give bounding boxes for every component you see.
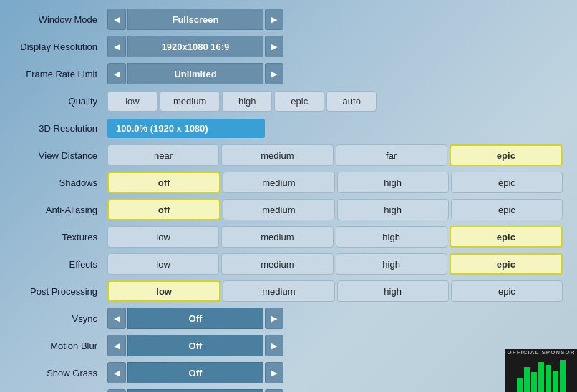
shadows-medium[interactable]: medium [223,172,334,193]
post-processing-medium[interactable]: medium [223,280,334,302]
shadows-row: Shadows off medium high epic [14,170,563,195]
frame-rate-limit-label: Frame Rate Limit [14,69,107,79]
show-fps-prev[interactable]: ◀ [107,389,126,392]
view-distance-far[interactable]: far [336,144,447,166]
3d-resolution-label: 3D Resolution [14,123,107,134]
view-distance-label: View Distance [14,150,107,161]
display-resolution-prev[interactable]: ◀ [107,36,126,57]
sponsor-badge: OFFICIAL SPONSOR [505,349,577,392]
display-resolution-label: Display Resolution [14,41,107,52]
shadows-off[interactable]: off [107,172,220,193]
post-processing-row: Post Processing low medium high epic [14,279,563,303]
sponsor-bar-4 [538,362,544,392]
textures-options: low medium high epic [107,226,563,248]
3d-resolution-row: 3D Resolution 100.0% (1920 x 1080) [14,116,563,140]
anti-aliasing-high[interactable]: high [337,199,449,220]
frame-rate-limit-value: Unlimited [127,63,263,84]
sponsor-text: OFFICIAL SPONSOR [508,349,576,356]
effects-medium[interactable]: medium [221,253,333,275]
shadows-options: off medium high epic [107,172,563,193]
show-fps-next[interactable]: ▶ [265,389,283,392]
show-grass-prev[interactable]: ◀ [107,362,126,383]
frame-rate-limit-control: ◀ Unlimited ▶ [107,63,283,84]
show-grass-control: ◀ Off ▶ [107,362,283,383]
post-processing-options: low medium high epic [107,280,563,302]
view-distance-epic[interactable]: epic [450,144,563,166]
view-distance-near[interactable]: near [107,144,219,166]
vsync-value: Off [127,308,263,329]
textures-low[interactable]: low [107,226,219,248]
quality-options: low medium high epic auto [107,91,377,112]
sponsor-bar-7 [560,360,566,392]
display-resolution-next[interactable]: ▶ [265,36,283,57]
show-grass-next[interactable]: ▶ [265,362,283,383]
post-processing-label: Post Processing [14,286,107,297]
3d-resolution-value: 100.0% (1920 x 1080) [107,119,265,138]
settings-panel: Window Mode ◀ Fullscreen ▶ Display Resol… [0,0,577,392]
post-processing-low[interactable]: low [107,280,220,302]
quality-label: Quality [14,96,107,107]
shadows-epic[interactable]: epic [451,172,563,193]
window-mode-control: ◀ Fullscreen ▶ [107,9,283,30]
sponsor-bar-6 [553,371,558,392]
window-mode-prev[interactable]: ◀ [107,9,126,30]
anti-aliasing-row: Anti-Aliasing off medium high epic [14,197,563,222]
vsync-row: Vsync ◀ Off ▶ [14,306,563,330]
frame-rate-limit-prev[interactable]: ◀ [107,63,126,84]
window-mode-next[interactable]: ▶ [265,9,283,30]
show-fps-control: ◀ On ▶ [107,389,283,392]
vsync-control: ◀ Off ▶ [107,308,283,329]
textures-high[interactable]: high [336,226,447,248]
sponsor-bar-2 [524,367,530,392]
textures-epic[interactable]: epic [450,226,563,248]
frame-rate-limit-next[interactable]: ▶ [265,63,283,84]
motion-blur-value: Off [127,335,263,356]
motion-blur-prev[interactable]: ◀ [107,335,126,356]
quality-medium[interactable]: medium [160,91,220,112]
quality-row: Quality low medium high epic auto [14,89,563,113]
window-mode-row: Window Mode ◀ Fullscreen ▶ [14,7,563,31]
show-fps-value: On [127,389,263,392]
shadows-label: Shadows [14,177,107,188]
shadows-high[interactable]: high [337,172,449,193]
effects-row: Effects low medium high epic [14,252,563,276]
quality-auto[interactable]: auto [326,91,377,112]
effects-label: Effects [14,259,107,270]
sponsor-bar-3 [531,372,537,392]
sponsor-bar-5 [546,365,551,392]
post-processing-high[interactable]: high [337,280,449,302]
anti-aliasing-off[interactable]: off [107,199,220,220]
view-distance-options: near medium far epic [107,144,563,166]
window-mode-label: Window Mode [14,14,107,25]
display-resolution-control: ◀ 1920x1080 16:9 ▶ [107,36,283,57]
display-resolution-value: 1920x1080 16:9 [127,36,263,57]
quality-high[interactable]: high [222,91,272,112]
textures-row: Textures low medium high epic [14,225,563,249]
anti-aliasing-epic[interactable]: epic [451,199,563,220]
anti-aliasing-options: off medium high epic [107,199,563,220]
vsync-prev[interactable]: ◀ [107,308,126,329]
sponsor-bars [517,360,566,392]
post-processing-epic[interactable]: epic [451,280,563,302]
sponsor-bar-1 [517,378,523,392]
show-fps-row: Show FPS ◀ On ▶ [14,388,563,392]
anti-aliasing-medium[interactable]: medium [223,199,334,220]
vsync-next[interactable]: ▶ [265,308,283,329]
effects-high[interactable]: high [336,253,447,275]
effects-options: low medium high epic [107,253,563,275]
view-distance-medium[interactable]: medium [221,144,333,166]
effects-epic[interactable]: epic [450,253,563,275]
motion-blur-control: ◀ Off ▶ [107,335,283,356]
effects-low[interactable]: low [107,253,219,275]
view-distance-row: View Distance near medium far epic [14,143,563,167]
show-grass-row: Show Grass ◀ Off ▶ [14,361,563,385]
motion-blur-row: Motion Blur ◀ Off ▶ [14,333,563,358]
motion-blur-next[interactable]: ▶ [265,335,283,356]
motion-blur-label: Motion Blur [14,340,107,351]
quality-epic[interactable]: epic [274,91,324,112]
display-resolution-row: Display Resolution ◀ 1920x1080 16:9 ▶ [14,34,563,59]
textures-medium[interactable]: medium [221,226,333,248]
quality-low[interactable]: low [107,91,157,112]
frame-rate-limit-row: Frame Rate Limit ◀ Unlimited ▶ [14,62,563,86]
anti-aliasing-label: Anti-Aliasing [14,205,107,215]
